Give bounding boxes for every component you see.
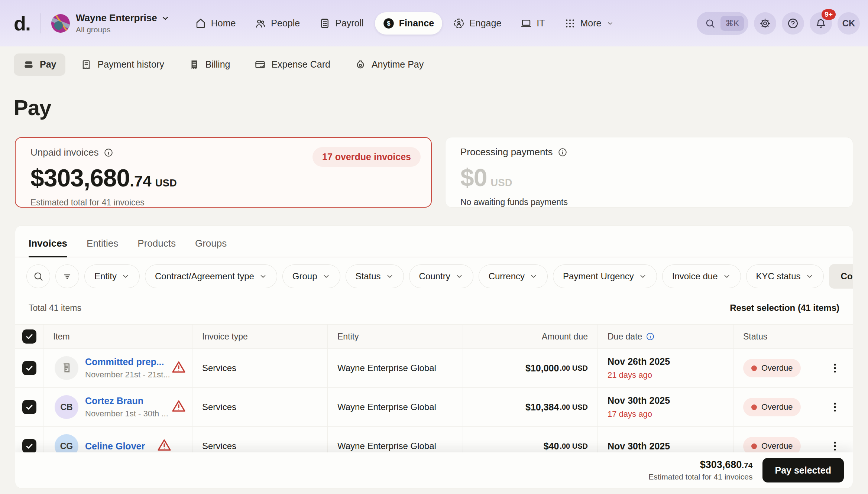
filter-pill-currency[interactable]: Currency bbox=[479, 264, 548, 288]
invoice-link[interactable]: Cortez Braun bbox=[85, 396, 159, 406]
invoice-link[interactable]: Committed prep... bbox=[85, 357, 159, 367]
warning-icon bbox=[171, 360, 186, 374]
filter-pill-group[interactable]: Group bbox=[282, 264, 340, 288]
column-header-amount-due: Amount due bbox=[463, 325, 598, 348]
nav-item-more[interactable]: More bbox=[556, 12, 622, 35]
filter-pill-invoice-due[interactable]: Invoice due bbox=[662, 264, 741, 288]
receipt-icon bbox=[60, 361, 73, 375]
nav-label: Engage bbox=[469, 18, 501, 29]
filter-pill-payment-urgency[interactable]: Payment Urgency bbox=[553, 264, 657, 288]
filter-pill-label: Contract/Agreement type bbox=[155, 271, 254, 282]
nav-label: Finance bbox=[399, 18, 434, 29]
user-avatar[interactable]: CK bbox=[838, 12, 860, 35]
due-date-cell: Nov 30th 2025 17 days ago bbox=[598, 388, 733, 426]
more-icon bbox=[564, 18, 576, 29]
check-icon bbox=[25, 441, 34, 451]
column-header-actions bbox=[817, 325, 853, 348]
filter-pill-contract-agreement-type[interactable]: Contract/Agreement type bbox=[145, 264, 277, 288]
warning-icon-wrap[interactable] bbox=[171, 399, 186, 416]
chevron-down-icon bbox=[455, 272, 463, 280]
entity-cell: Wayne Enterprise Global bbox=[328, 349, 463, 387]
tab-groups[interactable]: Groups bbox=[195, 238, 227, 257]
entity-cell: Wayne Enterprise Global bbox=[328, 388, 463, 426]
status-cell: Overdue bbox=[733, 349, 817, 387]
history-icon bbox=[81, 59, 92, 70]
subnav-item-expense-card[interactable]: Expense Card bbox=[245, 53, 339, 76]
table-row[interactable]: CB Cortez Braun November 1st - 30th ... … bbox=[15, 388, 853, 427]
overdue-invoices-badge[interactable]: 17 overdue invoices bbox=[312, 147, 421, 167]
notifications-button[interactable]: 9+ bbox=[810, 12, 832, 35]
footer-amount-main: $303,680 bbox=[700, 459, 742, 470]
row-menu-button[interactable] bbox=[829, 362, 841, 374]
filter-pill-kyc-status[interactable]: KYC status bbox=[746, 264, 824, 288]
nav-item-engage[interactable]: Engage bbox=[445, 12, 509, 35]
filter-button[interactable] bbox=[55, 264, 79, 288]
chevron-down-icon bbox=[322, 272, 330, 280]
invoice-period: November 1st - 30th ... bbox=[85, 409, 159, 419]
page-title: Pay bbox=[14, 95, 868, 120]
table-body: Committed prep... November 21st - 21st..… bbox=[15, 349, 853, 466]
column-header-status: Status bbox=[733, 325, 817, 348]
subnav-label: Anytime Pay bbox=[372, 59, 424, 70]
invoices-panel: InvoicesEntitiesProductsGroups Entity Co… bbox=[15, 225, 853, 488]
table-row[interactable]: Committed prep... November 21st - 21st..… bbox=[15, 349, 853, 388]
unpaid-amount: $303,680.74 USD bbox=[30, 164, 416, 192]
pay-selected-button[interactable]: Pay selected bbox=[762, 458, 844, 482]
tab-invoices[interactable]: Invoices bbox=[29, 238, 67, 257]
chevron-down-icon bbox=[122, 272, 130, 280]
info-icon[interactable] bbox=[104, 148, 113, 157]
row-checkbox[interactable] bbox=[22, 400, 36, 414]
subnav-item-anytime-pay[interactable]: Anytime Pay bbox=[346, 53, 433, 76]
invoice-avatar bbox=[55, 356, 78, 380]
tab-products[interactable]: Products bbox=[137, 238, 176, 257]
nav-item-payroll[interactable]: Payroll bbox=[311, 12, 372, 35]
nav-item-home[interactable]: Home bbox=[187, 12, 244, 35]
info-icon[interactable] bbox=[558, 147, 567, 157]
subnav-item-pay[interactable]: Pay bbox=[14, 53, 65, 76]
svg-text:$: $ bbox=[387, 20, 391, 27]
warning-icon-wrap[interactable] bbox=[171, 360, 186, 377]
subnav-item-payment-history[interactable]: Payment history bbox=[71, 53, 173, 76]
total-items-label: Total 41 items bbox=[29, 303, 81, 313]
settings-button[interactable] bbox=[754, 12, 776, 35]
row-menu-button[interactable] bbox=[829, 440, 841, 452]
status-badge: Overdue bbox=[743, 398, 801, 416]
nav-item-finance[interactable]: $ Finance bbox=[375, 12, 442, 35]
processing-amount-main: $0 bbox=[460, 163, 487, 192]
row-checkbox[interactable] bbox=[22, 439, 36, 453]
filter-pill-label: Status bbox=[356, 271, 381, 282]
it-icon bbox=[521, 18, 532, 29]
company-selector[interactable]: Wayne Enterprise All groups bbox=[51, 12, 170, 34]
reset-selection-button[interactable]: Reset selection (41 items) bbox=[730, 303, 839, 313]
table-search-button[interactable] bbox=[26, 264, 50, 288]
item-text: Committed prep... November 21st - 21st..… bbox=[85, 357, 159, 380]
filter-pill-label: Group bbox=[292, 271, 317, 282]
engage-icon bbox=[453, 18, 464, 29]
row-actions-cell bbox=[817, 349, 853, 387]
unpaid-amount-fraction: .74 bbox=[130, 172, 151, 190]
configure-columns-button[interactable]: Configure columns bbox=[829, 264, 853, 289]
item-cell: CB Cortez Braun November 1st - 30th ... bbox=[43, 388, 192, 426]
nav-item-it[interactable]: IT bbox=[512, 12, 553, 35]
filter-pill-label: Entity bbox=[94, 271, 117, 282]
deel-logo[interactable]: d. bbox=[14, 12, 30, 35]
subnav-label: Pay bbox=[40, 59, 56, 70]
nav-item-people[interactable]: People bbox=[247, 12, 308, 35]
chevron-down-icon bbox=[386, 272, 394, 280]
tab-entities[interactable]: Entities bbox=[87, 238, 118, 257]
row-checkbox[interactable] bbox=[22, 361, 36, 375]
search-button[interactable]: ⌘K bbox=[697, 12, 748, 35]
row-menu-button[interactable] bbox=[829, 401, 841, 413]
help-button[interactable] bbox=[782, 12, 804, 35]
filter-pill-entity[interactable]: Entity bbox=[84, 264, 140, 288]
filter-pill-country[interactable]: Country bbox=[409, 264, 473, 288]
select-all-checkbox[interactable] bbox=[22, 329, 36, 344]
kebab-icon bbox=[829, 401, 841, 413]
search-shortcut: ⌘K bbox=[720, 16, 744, 31]
subnav-item-billing[interactable]: Billing bbox=[179, 53, 240, 76]
nav-label: Home bbox=[211, 18, 236, 29]
check-icon bbox=[25, 402, 34, 412]
row-actions-cell bbox=[817, 388, 853, 426]
filter-pill-status[interactable]: Status bbox=[346, 264, 404, 288]
invoice-link[interactable]: Celine Glover bbox=[85, 441, 145, 452]
